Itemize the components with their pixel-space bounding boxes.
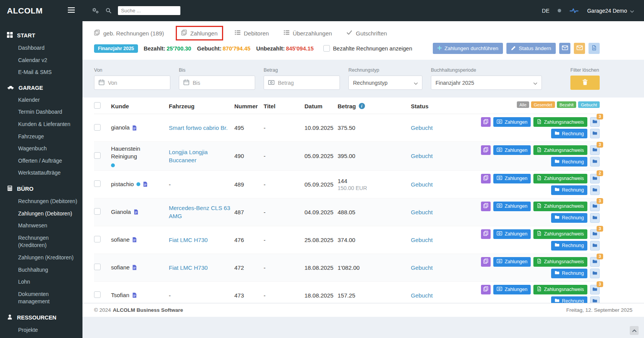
status-link[interactable]: Gebucht bbox=[411, 153, 433, 159]
row-checkbox[interactable] bbox=[94, 291, 101, 298]
row-checkbox[interactable] bbox=[94, 236, 101, 242]
execute-payments-button[interactable]: Zahlungen durchführen bbox=[433, 43, 503, 54]
row-checkbox[interactable] bbox=[94, 124, 101, 131]
amount-field[interactable] bbox=[264, 76, 340, 90]
date-from-field[interactable] bbox=[94, 76, 170, 90]
payment-proof-button[interactable]: Zahlungsnachweis bbox=[533, 229, 587, 239]
tab-zahlungen[interactable]: Zahlungen bbox=[176, 26, 223, 40]
settings-gears-icon[interactable] bbox=[92, 7, 99, 14]
sidebar-item-dienstleistungen[interactable]: Dienstleistungen bbox=[0, 336, 82, 338]
account-menu[interactable]: Garage24 Demo bbox=[587, 8, 634, 14]
copy-button[interactable] bbox=[481, 257, 491, 267]
customer-document-icon[interactable] bbox=[132, 265, 137, 270]
language-selector[interactable]: DE bbox=[542, 8, 549, 14]
menu-toggle-button[interactable] bbox=[67, 7, 76, 15]
row-checkbox[interactable] bbox=[94, 152, 101, 159]
payment-proof-button[interactable]: Zahlungsnachweis bbox=[533, 145, 587, 155]
status-link[interactable]: Gebucht bbox=[411, 209, 433, 215]
payments-button[interactable]: Zahlungen bbox=[493, 174, 531, 183]
status-link[interactable]: Gebucht bbox=[411, 292, 433, 299]
sidebar-item-rechnungen-kreditoren[interactable]: Rechnungen (Kreditoren) bbox=[0, 232, 82, 252]
sidebar-item-buchhaltung[interactable]: Buchhaltung bbox=[0, 264, 82, 276]
sidebar-item-email-sms[interactable]: E-Mail & SMS bbox=[0, 66, 82, 79]
sidebar-item-rechnungen-debitoren[interactable]: Rechnungen (Debitoren) bbox=[0, 195, 82, 208]
vehicle-link[interactable]: Fiat LMC H730 bbox=[169, 237, 208, 243]
payment-proof-button[interactable]: Zahlungsnachweis bbox=[533, 202, 587, 211]
mail-reminder-button[interactable] bbox=[574, 43, 585, 54]
customer-name[interactable]: sofiane bbox=[111, 264, 129, 271]
notification-dot[interactable] bbox=[558, 9, 561, 12]
sidebar-item-lohn[interactable]: Lohn bbox=[0, 276, 82, 288]
customer-document-icon[interactable] bbox=[134, 209, 138, 215]
invoice-button[interactable]: Rechnung bbox=[551, 129, 587, 138]
invoice-button[interactable]: Rechnung bbox=[551, 269, 587, 278]
tab-ueberzahlungen[interactable]: Überzahlungen bbox=[284, 30, 332, 37]
copy-button[interactable] bbox=[481, 174, 491, 183]
payments-button[interactable]: Zahlungen bbox=[493, 145, 531, 155]
invoice-type-select[interactable]: Rechnungstyp bbox=[348, 76, 422, 90]
customer-name[interactable]: pistachio bbox=[111, 180, 134, 188]
folder-button-secondary[interactable] bbox=[590, 213, 600, 223]
sidebar-item-fahrzeuge[interactable]: Fahrzeuge bbox=[0, 131, 82, 143]
vehicle-link[interactable]: Fiat LMC H730 bbox=[169, 264, 208, 271]
customer-document-icon[interactable] bbox=[132, 125, 137, 131]
customer-name[interactable]: Gianola bbox=[111, 208, 131, 216]
status-link[interactable]: Gebucht bbox=[411, 237, 433, 243]
accounting-period-select[interactable]: Finanzjahr 2025 bbox=[431, 76, 542, 90]
sidebar-item-calendar-v2[interactable]: Calendar v2 bbox=[0, 54, 82, 67]
folder-button-secondary[interactable] bbox=[590, 129, 600, 138]
folder-button-secondary[interactable] bbox=[590, 296, 600, 303]
clear-filters-button[interactable] bbox=[570, 76, 600, 90]
customer-name[interactable]: gianola bbox=[111, 124, 129, 131]
sidebar-item-dokumenten-management[interactable]: Dokumenten management bbox=[0, 288, 82, 308]
date-to-input[interactable] bbox=[193, 80, 251, 86]
show-paid-checkbox[interactable]: Bezahlte Rechnungen anzeigen bbox=[323, 45, 412, 52]
copy-button[interactable] bbox=[481, 229, 491, 239]
status-link[interactable]: Gebucht bbox=[411, 181, 433, 188]
folder-button-secondary[interactable] bbox=[590, 185, 600, 195]
copy-button[interactable] bbox=[481, 202, 491, 211]
payments-button[interactable]: Zahlungen bbox=[493, 257, 531, 267]
search-icon[interactable] bbox=[106, 8, 111, 13]
sidebar-item-zahlungen-debitoren[interactable]: Zahlungen (Debitoren) bbox=[0, 208, 82, 220]
sidebar-item-kunden-lieferanten[interactable]: Kunden & Lieferanten bbox=[0, 118, 82, 131]
copy-button[interactable] bbox=[481, 285, 491, 294]
folder-button-secondary[interactable] bbox=[590, 157, 600, 166]
sidebar-item-dashboard[interactable]: Dashboard bbox=[0, 42, 82, 54]
payments-button[interactable]: Zahlungen bbox=[493, 229, 531, 239]
invoice-button[interactable]: Rechnung bbox=[551, 185, 587, 195]
row-checkbox[interactable] bbox=[94, 180, 101, 187]
info-icon[interactable] bbox=[359, 103, 365, 109]
row-checkbox[interactable] bbox=[94, 264, 101, 270]
payment-proof-button[interactable]: Zahlungsnachweis bbox=[533, 117, 587, 127]
scroll-top-button[interactable] bbox=[630, 326, 639, 335]
invoice-button[interactable]: Rechnung bbox=[551, 157, 587, 166]
tab-geb-rechnungen[interactable]: geb. Rechnungen (189) bbox=[94, 30, 164, 37]
legend-alle[interactable]: Alle bbox=[517, 101, 529, 108]
amount-input[interactable] bbox=[278, 80, 335, 86]
sidebar-item-projekte[interactable]: Projekte bbox=[0, 324, 82, 336]
date-to-field[interactable] bbox=[179, 76, 255, 90]
vehicle-link[interactable]: Smart fortwo cabrio Br. bbox=[169, 124, 228, 131]
tab-gutschriften[interactable]: Gutschriften bbox=[346, 30, 387, 37]
row-checkbox[interactable] bbox=[94, 208, 101, 215]
invoice-button[interactable]: Rechnung bbox=[551, 296, 587, 303]
customer-name[interactable]: sofiane bbox=[111, 236, 129, 244]
date-from-input[interactable] bbox=[108, 80, 166, 86]
checkbox-box[interactable] bbox=[323, 45, 330, 52]
customer-document-icon[interactable] bbox=[132, 293, 137, 298]
vehicle-link[interactable]: - bbox=[169, 292, 171, 299]
folder-button-secondary[interactable] bbox=[590, 269, 600, 278]
mail-button[interactable] bbox=[559, 43, 570, 54]
sidebar-item-werkstattauftraege[interactable]: Werkstattaufträge bbox=[0, 167, 82, 179]
customer-document-icon[interactable] bbox=[143, 182, 148, 187]
invoice-button[interactable]: Rechnung bbox=[551, 213, 587, 223]
sidebar-item-mahnwesen[interactable]: Mahnwesen bbox=[0, 220, 82, 232]
select-all-checkbox[interactable] bbox=[94, 102, 101, 109]
sidebar-section-ressourcen[interactable]: RESSOURCEN bbox=[0, 310, 82, 324]
payment-proof-button[interactable]: Zahlungsnachweis bbox=[533, 257, 587, 267]
payments-button[interactable]: Zahlungen bbox=[493, 285, 531, 294]
search-input[interactable] bbox=[118, 6, 180, 15]
legend-gebucht[interactable]: Gebucht bbox=[578, 101, 600, 108]
legend-gesendet[interactable]: Gesendet bbox=[531, 101, 555, 108]
